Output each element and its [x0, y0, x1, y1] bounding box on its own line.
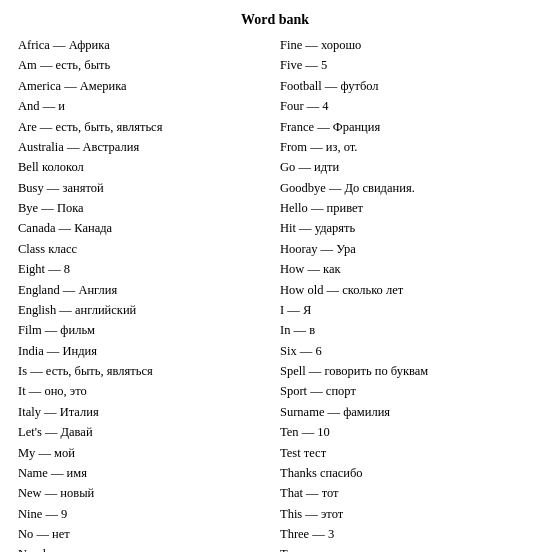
list-item: Busy — занятой: [18, 179, 270, 198]
list-item: Too — тоже: [280, 545, 532, 552]
list-item: Australia — Австралия: [18, 138, 270, 157]
list-item: Hello — привет: [280, 199, 532, 218]
list-item: Ten — 10: [280, 423, 532, 442]
list-item: I — Я: [280, 301, 532, 320]
list-item: New — новый: [18, 484, 270, 503]
list-item: English — английский: [18, 301, 270, 320]
list-item: Nine — 9: [18, 505, 270, 524]
list-item: Am — есть, быть: [18, 56, 270, 75]
list-item: Italy — Италия: [18, 403, 270, 422]
list-item: From — из, от.: [280, 138, 532, 157]
list-item: Number — номер: [18, 545, 270, 552]
list-item: Surname — фамилия: [280, 403, 532, 422]
columns-container: Africa — АфрикаAm — есть, бытьAmerica — …: [18, 36, 532, 552]
list-item: Test тест: [280, 444, 532, 463]
list-item: America — Америка: [18, 77, 270, 96]
list-item: Eight — 8: [18, 260, 270, 279]
list-item: It — оно, это: [18, 382, 270, 401]
right-column: Fine — хорошоFive — 5Football — футболFo…: [280, 36, 532, 552]
list-item: And — и: [18, 97, 270, 116]
list-item: France — Франция: [280, 118, 532, 137]
list-item: How — как: [280, 260, 532, 279]
list-item: Are — есть, быть, являться: [18, 118, 270, 137]
list-item: No — нет: [18, 525, 270, 544]
list-item: India — Индия: [18, 342, 270, 361]
list-item: Fine — хорошо: [280, 36, 532, 55]
left-column: Africa — АфрикаAm — есть, бытьAmerica — …: [18, 36, 270, 552]
list-item: My — мой: [18, 444, 270, 463]
list-item: Spell — говорить по буквам: [280, 362, 532, 381]
list-item: This — этот: [280, 505, 532, 524]
page-title: Word bank: [18, 12, 532, 28]
list-item: Thanks спасибо: [280, 464, 532, 483]
list-item: Africa — Африка: [18, 36, 270, 55]
list-item: Bye — Пока: [18, 199, 270, 218]
list-item: In — в: [280, 321, 532, 340]
list-item: Sport — спорт: [280, 382, 532, 401]
list-item: Football — футбол: [280, 77, 532, 96]
list-item: Hit — ударять: [280, 219, 532, 238]
list-item: England — Англия: [18, 281, 270, 300]
list-item: Five — 5: [280, 56, 532, 75]
list-item: Six — 6: [280, 342, 532, 361]
list-item: Canada — Канада: [18, 219, 270, 238]
list-item: Bell колокол: [18, 158, 270, 177]
list-item: Three — 3: [280, 525, 532, 544]
list-item: Film — фильм: [18, 321, 270, 340]
list-item: Goodbye — До свидания.: [280, 179, 532, 198]
list-item: Let's — Давай: [18, 423, 270, 442]
list-item: Name — имя: [18, 464, 270, 483]
list-item: How old — сколько лет: [280, 281, 532, 300]
list-item: That — тот: [280, 484, 532, 503]
list-item: Four — 4: [280, 97, 532, 116]
list-item: Hooray — Ура: [280, 240, 532, 259]
list-item: Is — есть, быть, являться: [18, 362, 270, 381]
word-bank-page: Word bank Africa — АфрикаAm — есть, быть…: [0, 0, 550, 552]
list-item: Class класс: [18, 240, 270, 259]
list-item: Go — идти: [280, 158, 532, 177]
